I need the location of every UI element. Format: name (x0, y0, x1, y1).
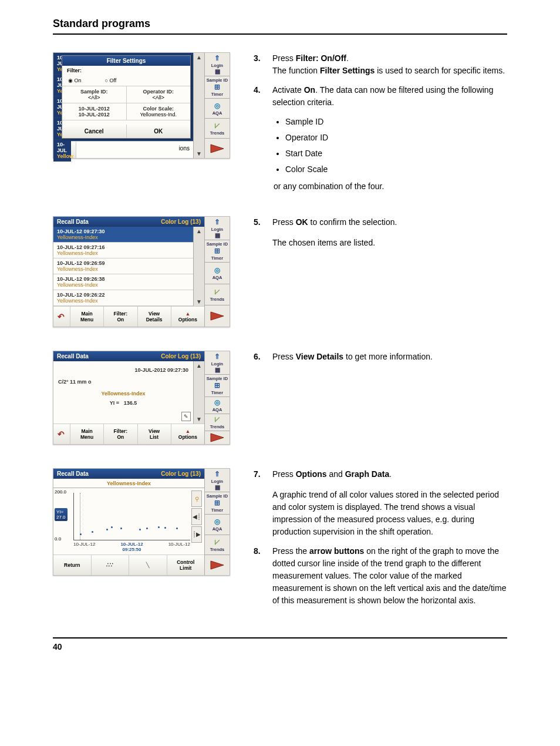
x-selected: 10-JUL-1209:25:50 (120, 542, 143, 552)
list-item[interactable]: 10-JUL-12 09:26:59Yellowness-Index (53, 258, 193, 274)
svg-marker-1 (211, 312, 224, 320)
dialog-title: Filter Settings (62, 56, 190, 66)
view-details-button[interactable]: ViewDetails (138, 307, 171, 327)
filter-button[interactable]: Filter:On (104, 424, 137, 444)
list-item[interactable]: 10-JUL-12 09:27:16Yellowness-Index (53, 243, 193, 258)
after-bullets: or any combination of the four. (274, 180, 507, 193)
screenshot-recall-graph: Recall DataColor Log (13) Yellowness-Ind… (53, 468, 230, 576)
side-sampleid-button[interactable]: Sample ID⊞Timer (205, 76, 230, 99)
svg-marker-3 (211, 561, 224, 569)
page-title: Standard programs (53, 18, 507, 35)
sampleid-icon: ⊞ (214, 247, 220, 255)
radio-off[interactable]: Off (105, 78, 117, 83)
list-item[interactable]: 10-JUL-12 09:27:30Yellowness-Index (53, 227, 193, 243)
graph-right-icon[interactable]: ┊▶ (191, 526, 202, 543)
side-sampleid-button[interactable]: Sample ID⊞Timer (205, 375, 230, 397)
step-7: 7. Press Options and Graph Data. A graph… (254, 468, 507, 538)
cancel-button[interactable]: Cancel (62, 125, 127, 138)
detail-cell: C/2° 11 mm o (58, 379, 188, 385)
titlebar-right: Color Log (13) (161, 353, 201, 359)
titlebar-left: Recall Data (57, 219, 89, 225)
sampleid-icon: ⊞ (214, 381, 220, 389)
side-trends-button[interactable]: ⩗Trends (205, 284, 230, 306)
side-login-button[interactable]: ⇑Login▦ (205, 217, 230, 240)
card-icon: ▦ (215, 68, 220, 75)
graph-left-icon[interactable]: ◀┊ (191, 508, 202, 525)
card-icon: ▦ (215, 232, 220, 238)
side-sampleid-button[interactable]: Sample ID⊞Timer (205, 240, 230, 263)
scroll-down-icon[interactable]: ▼ (195, 149, 203, 158)
ok-button[interactable]: OK (127, 125, 191, 138)
side-trends-button[interactable]: ⩗Trends (205, 119, 230, 139)
target-icon: ◎ (214, 102, 220, 110)
filter-button[interactable]: Filter:On (104, 307, 137, 327)
side-play-button[interactable] (205, 555, 230, 575)
date-cell[interactable]: 10-JUL-201210-JUL-2012 (62, 103, 127, 120)
radio-on[interactable]: On (68, 78, 82, 83)
target-icon: ◎ (214, 398, 220, 406)
target-icon: ◎ (214, 518, 220, 526)
graph-zoom-icon[interactable]: ⚲ (191, 490, 202, 507)
step-3: 3. Press Filter: On/Off. The function Fi… (254, 52, 507, 77)
sampleid-icon: ⊞ (214, 83, 220, 91)
options-button[interactable]: ▲Options (171, 424, 204, 444)
titlebar-right: Color Log (13) (161, 219, 201, 225)
x-label: 10-JUL-12 (168, 542, 190, 552)
list-item[interactable]: 10-JUL-12 09:26:38Yellowness-Index (53, 274, 193, 290)
y-selected: YI=27.0 (55, 508, 68, 521)
side-trends-button[interactable]: ⩗Trends (205, 535, 230, 556)
main-menu-button[interactable]: MainMenu (70, 424, 104, 444)
detail-datetime: 10-JUL-2012 09:27:30 (58, 367, 188, 373)
step-4: 4. Activate On. The data can now be filt… (254, 84, 507, 109)
step-5: 5. Press OK to confirm the selection. Th… (254, 216, 507, 249)
step-6: 6. Press View Details to get more inform… (254, 351, 507, 363)
detail-yi-title: Yellowness-Index (58, 391, 188, 396)
trend-graph (73, 493, 190, 540)
svg-marker-0 (211, 145, 224, 153)
scroll-down-icon[interactable]: ▼ (195, 297, 203, 306)
screenshot-recall-list: Recall DataColor Log (13) 10-JUL-12 09:2… (53, 216, 230, 327)
operator-id-cell[interactable]: Operator ID:<All> (127, 86, 191, 103)
back-button[interactable]: ↶ (53, 424, 70, 444)
side-sampleid-button[interactable]: Sample ID⊞Timer (205, 492, 230, 515)
graph-line-button[interactable]: ╲ (129, 555, 167, 575)
scroll-up-icon[interactable]: ▲ (195, 361, 203, 370)
return-button[interactable]: Return (53, 555, 92, 575)
edit-icon[interactable]: ✎ (181, 412, 191, 421)
graph-points-button[interactable]: ∴∵ (92, 555, 130, 575)
detail-yi-value: YI = 136.5 (58, 400, 188, 406)
side-trends-button[interactable]: ⩗Trends (205, 414, 230, 431)
sample-id-cell[interactable]: Sample ID:<All> (62, 86, 127, 103)
scroll-up-icon[interactable]: ▲ (195, 227, 203, 236)
side-aqa-button[interactable]: ◎AQA (205, 99, 230, 119)
y-max: 200.0 (55, 489, 66, 495)
scroll-up-icon[interactable]: ▲ (195, 53, 203, 62)
main-menu-button[interactable]: MainMenu (70, 307, 104, 327)
side-login-button[interactable]: ⇑Login▦ (205, 469, 230, 492)
view-list-button[interactable]: ViewList (138, 424, 171, 444)
screenshot-recall-detail: Recall DataColor Log (13) 10-JUL-2012 09… (53, 351, 230, 445)
sampleid-icon: ⊞ (214, 499, 220, 507)
options-button[interactable]: ▲Options (171, 307, 204, 327)
graph-subtitle: Yellowness-Index (53, 479, 204, 488)
scroll-down-icon[interactable]: ▼ (195, 415, 203, 424)
back-button[interactable]: ↶ (53, 307, 70, 327)
side-play-button[interactable] (205, 139, 230, 158)
side-play-button[interactable] (205, 431, 230, 444)
titlebar-left: Recall Data (57, 353, 89, 359)
svg-marker-2 (211, 434, 224, 442)
side-aqa-button[interactable]: ◎AQA (205, 397, 230, 414)
list-item[interactable]: 10-JUL-12 09:26:22Yellowness-Index (53, 290, 193, 306)
criteria-list: Sample ID Operator ID Start Date Color S… (285, 116, 507, 176)
scatter-icon: ∴∵ (106, 562, 113, 568)
control-limit-button[interactable]: ControlLimit (167, 555, 205, 575)
side-aqa-button[interactable]: ◎AQA (205, 515, 230, 535)
titlebar-left: Recall Data (57, 471, 89, 477)
side-login-button[interactable]: ⇑Login▦ (205, 351, 230, 375)
side-login-button[interactable]: ⇑Login▦ (205, 53, 230, 76)
filter-label: Filter: (62, 66, 190, 75)
side-aqa-button[interactable]: ◎AQA (205, 263, 230, 284)
color-scale-cell[interactable]: Color Scale:Yellowness-Ind. (127, 103, 191, 120)
back-icon: ↶ (58, 429, 65, 439)
side-play-button[interactable] (205, 305, 230, 327)
